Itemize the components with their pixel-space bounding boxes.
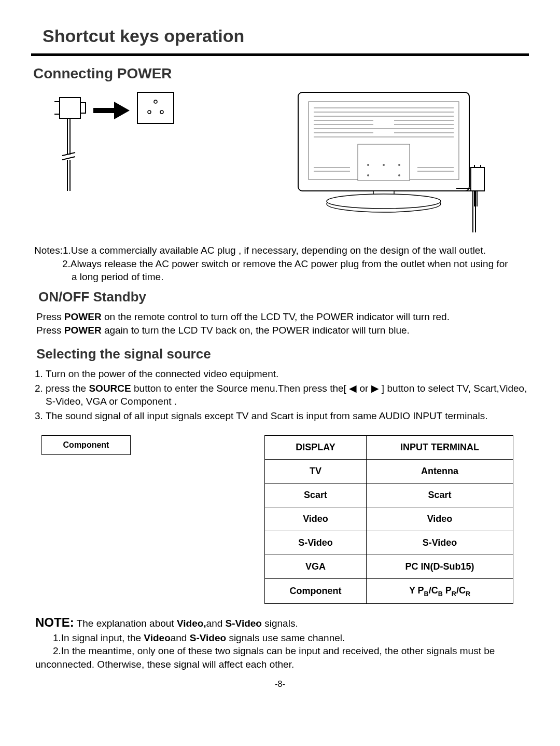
note-2a: 2.Always release the AC power switch or … — [62, 258, 508, 269]
section-connecting-power: Connecting POWER — [33, 65, 529, 82]
svg-rect-0 — [60, 98, 80, 118]
table-row: S-VideoS-Video — [265, 531, 513, 555]
t: SOURCE — [89, 383, 131, 394]
svg-point-37 — [398, 174, 400, 176]
svg-point-33 — [367, 164, 369, 166]
svg-point-36 — [367, 174, 369, 176]
t: press the — [46, 383, 89, 394]
notes-prefix: Notes: — [34, 245, 63, 256]
diagram-table-row: TV Scart Video S-Video VGA Component DIS… — [41, 435, 529, 604]
step-2: press the SOURCE button to enter the Sou… — [46, 382, 529, 408]
t: S-Video — [226, 618, 262, 629]
step-1: Turn on the power of the connected video… — [46, 367, 529, 381]
svg-marker-4 — [93, 102, 130, 119]
standby-text: Press POWER on the remote control to tur… — [36, 310, 529, 337]
svg-point-35 — [398, 164, 400, 166]
fn-2: 2.In the meantime, only one of these two… — [35, 645, 495, 670]
t: S-Video — [190, 632, 226, 643]
td: Video — [366, 507, 513, 531]
svg-rect-3 — [80, 103, 86, 113]
plug-illustration — [41, 87, 259, 206]
td: PC IN(D-Sub15) — [366, 555, 513, 578]
svg-point-34 — [383, 164, 385, 166]
td: Component — [265, 578, 367, 604]
section-selecting: Selecting the signal source — [36, 346, 529, 362]
td: TV — [265, 459, 367, 483]
t: signals use same channel. — [226, 632, 345, 643]
svg-rect-5 — [137, 92, 174, 123]
step-3: The sound signal of all input signals ex… — [46, 409, 529, 423]
table-row: ComponentY PB/CB PR/CR — [265, 578, 513, 604]
t: The explanation about — [77, 618, 177, 629]
td: Antenna — [366, 459, 513, 483]
illustration-row — [41, 87, 529, 238]
td: VGA — [265, 555, 367, 578]
cascade-diagram: TV Scart Video S-Video VGA Component — [41, 435, 244, 581]
td: Scart — [265, 483, 367, 507]
table-row: VGAPC IN(D-Sub15) — [265, 555, 513, 578]
td: Scart — [366, 483, 513, 507]
t: and — [206, 618, 226, 629]
t: again to turn the LCD TV back on, the PO… — [102, 325, 410, 336]
steps-list: Turn on the power of the connected video… — [34, 367, 529, 423]
title-rule — [31, 53, 529, 56]
manual-page: Shortcut keys operation Connecting POWER — [0, 0, 560, 746]
notes-block: Notes:1.Use a commercially available AC … — [34, 244, 529, 284]
table-header-row: DISPLAY INPUT TERMINAL — [265, 435, 513, 459]
note-2b: a long period of time. — [72, 271, 163, 282]
t: Press — [36, 311, 64, 322]
th-display: DISPLAY — [265, 435, 367, 459]
note-lead: NOTE: — [35, 615, 74, 629]
t: POWER — [64, 325, 102, 336]
svg-line-12 — [62, 157, 75, 160]
svg-rect-41 — [471, 168, 484, 191]
svg-point-40 — [327, 194, 441, 209]
svg-line-11 — [62, 153, 75, 156]
monitor-illustration — [270, 87, 519, 238]
t: Video — [144, 632, 170, 643]
note-1: 1.Use a commercially available AC plug ,… — [63, 245, 486, 256]
section-standby: ON/OFF Standby — [38, 289, 529, 305]
footnote-block: NOTE: The explanation about Video,and S-… — [35, 614, 529, 671]
table-row: TVAntenna — [265, 459, 513, 483]
t: and — [171, 632, 190, 643]
t: Video, — [177, 618, 206, 629]
td: S-Video — [366, 531, 513, 555]
fn-1: 1.In signal input, the Videoand S-Video … — [53, 632, 345, 643]
page-title: Shortcut keys operation — [43, 26, 529, 46]
table-row: VideoVideo — [265, 507, 513, 531]
input-table: DISPLAY INPUT TERMINAL TVAntenna ScartSc… — [264, 435, 513, 604]
td: Video — [265, 507, 367, 531]
th-input: INPUT TERMINAL — [366, 435, 513, 459]
td-component: Y PB/CB PR/CR — [366, 578, 513, 604]
t: POWER — [64, 311, 102, 322]
t: Press — [36, 325, 64, 336]
t: signals. — [262, 618, 298, 629]
table-row: ScartScart — [265, 483, 513, 507]
t: 1.In signal input, the — [53, 632, 144, 643]
cascade-component: Component — [41, 435, 131, 455]
t: on the remote control to turn off the LC… — [102, 311, 450, 322]
page-number: -8- — [31, 680, 529, 689]
svg-rect-32 — [358, 144, 410, 181]
td: S-Video — [265, 531, 367, 555]
